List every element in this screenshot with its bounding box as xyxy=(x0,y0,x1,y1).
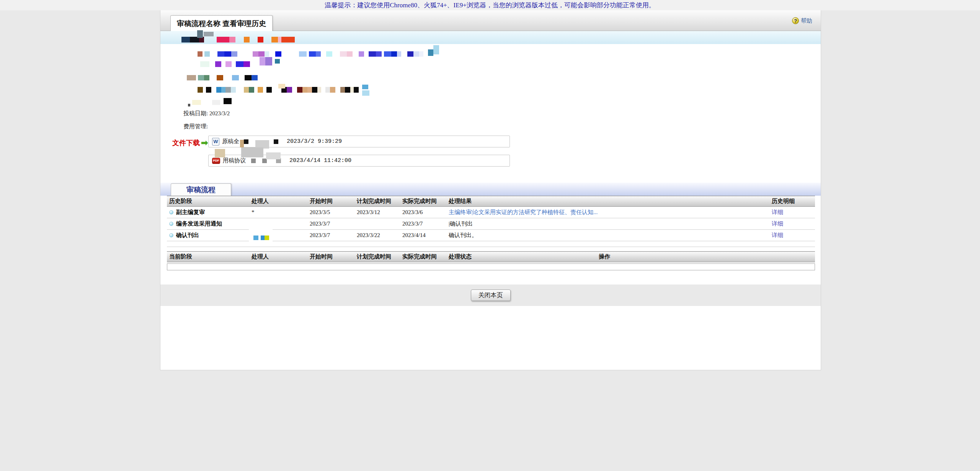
table-row: 确认刊出 2023/3/7 2023/3/22 2023/4/14 确认刊出。 … xyxy=(167,230,815,241)
browser-notice: 温馨提示：建议您使用Chrome80、火狐74+、IE9+浏览器，当您的浏览器版… xyxy=(0,0,980,10)
stage-name: 副主编复审 xyxy=(176,209,205,215)
question-circle-icon: ? xyxy=(792,17,799,24)
stage-name: 确认刊出 xyxy=(176,232,199,238)
col-start-time: 开始时间 xyxy=(307,252,354,262)
current-header-row: 当前阶段 处理人 开始时间 计划完成时间 实际完成时间 处理状态 操作 xyxy=(167,252,815,262)
actual-cell: 2023/4/14 xyxy=(400,230,446,241)
handler-cell xyxy=(249,230,307,241)
col-current-stage: 当前阶段 xyxy=(167,252,249,262)
col-action: 操作 xyxy=(596,252,815,262)
start-cell: 2023/3/7 xyxy=(307,230,354,241)
close-band: 关闭本页 xyxy=(160,285,821,306)
stage-bullet-icon xyxy=(169,222,173,226)
stage-bullet-icon xyxy=(169,233,173,237)
actual-cell: 2023/3/6 xyxy=(400,207,446,218)
handler-cell xyxy=(249,218,307,230)
submit-date-label: 投稿日期: xyxy=(183,110,208,116)
col-planned-finish: 计划完成时间 xyxy=(354,252,400,262)
result-cell: |确认刊出 xyxy=(446,218,764,230)
col-status: 处理状态 xyxy=(446,252,596,262)
detail-link[interactable]: 详细 xyxy=(772,232,783,238)
table-row: 编务发送采用通知 2023/3/7 2023/3/7 |确认刊出 详细 xyxy=(167,218,815,230)
redacted-file-name xyxy=(239,137,278,146)
detail-link[interactable]: 详细 xyxy=(772,221,783,227)
handler-cell: * xyxy=(249,207,307,218)
redacted-file-name xyxy=(246,158,281,163)
current-stage-empty-body xyxy=(167,263,815,270)
table-row: 副主编复审 * 2023/3/5 2023/3/12 2023/3/6 主编终审… xyxy=(167,207,815,218)
empty-spacer-row xyxy=(167,241,815,247)
help-label: 帮助 xyxy=(801,17,812,25)
file-download-label: 文件下载➡ xyxy=(172,138,208,147)
col-history-stage: 历史阶段 xyxy=(167,196,249,207)
stage-bullet-icon xyxy=(169,210,173,214)
file-upload-time: 2023/3/2 9:39:29 xyxy=(287,138,342,145)
col-result: 处理结果 xyxy=(446,196,764,207)
stage-name: 编务发送采用通知 xyxy=(176,221,222,227)
col-start-time: 开始时间 xyxy=(307,196,354,207)
planned-cell xyxy=(354,218,400,230)
review-history-page: { "notice": { "text": "温馨提示：建议您使用Chrome8… xyxy=(0,0,980,471)
start-cell: 2023/3/7 xyxy=(307,218,354,230)
tab-review-flow[interactable]: 审稿流程 xyxy=(171,183,231,196)
titlebar: 审稿流程名称 查看审理历史 ? 帮助 xyxy=(160,10,821,31)
col-handler: 处理人 xyxy=(249,252,307,262)
planned-cell: 2023/3/12 xyxy=(354,207,400,218)
planned-cell: 2023/3/22 xyxy=(354,230,400,241)
main-panel: 审稿流程名称 查看审理历史 ? 帮助 投稿日期: 2023/3/2 费用管理: … xyxy=(160,10,821,370)
manuscript-header-band xyxy=(160,31,821,44)
col-history-detail: 历史明细 xyxy=(764,196,815,207)
submit-date-line: 投稿日期: 2023/3/2 xyxy=(183,110,230,117)
detail-link[interactable]: 详细 xyxy=(772,209,783,215)
history-header-row: 历史阶段 处理人 开始时间 计划完成时间 实际完成时间 处理结果 历史明细 xyxy=(167,196,815,207)
file-upload-time: 2023/4/14 11:42:00 xyxy=(289,157,351,164)
actual-cell: 2023/3/7 xyxy=(400,218,446,230)
file-name: 用稿协议 xyxy=(223,157,246,164)
col-actual-finish: 实际完成时间 xyxy=(400,252,446,262)
col-actual-finish: 实际完成时间 xyxy=(400,196,446,207)
fee-label: 费用管理: xyxy=(183,123,208,129)
result-cell: 确认刊出。 xyxy=(446,230,764,241)
fee-line: 费用管理: xyxy=(183,123,208,130)
file-row-original-manuscript[interactable]: W 原稿全 2023/3/2 9:39:29 xyxy=(208,136,510,147)
page-title: 审稿流程名称 查看审理历史 xyxy=(170,15,273,31)
current-stage-table: 当前阶段 处理人 开始时间 计划完成时间 实际完成时间 处理状态 操作 xyxy=(167,251,815,262)
word-doc-icon: W xyxy=(212,138,219,146)
file-row-publish-agreement[interactable]: PDF 用稿协议 2023/4/14 11:42:00 xyxy=(208,155,510,167)
pdf-doc-icon: PDF xyxy=(212,158,220,164)
flow-tab-band: 审稿流程 xyxy=(160,183,821,196)
submit-date-value: 2023/3/2 xyxy=(209,110,230,116)
file-name: 原稿全 xyxy=(222,138,239,145)
history-table: 历史阶段 处理人 开始时间 计划完成时间 实际完成时间 处理结果 历史明细 副主… xyxy=(167,196,815,247)
start-cell: 2023/3/5 xyxy=(307,207,354,218)
col-handler: 处理人 xyxy=(249,196,307,207)
col-planned-finish: 计划完成时间 xyxy=(354,196,400,207)
green-right-arrow-icon: ➡ xyxy=(201,139,208,146)
close-page-button[interactable]: 关闭本页 xyxy=(471,289,511,301)
result-link[interactable]: 主编终审|论文采用实证的方法研究了种植特征、责任认知... xyxy=(449,209,598,215)
help-link[interactable]: ? 帮助 xyxy=(792,17,812,25)
